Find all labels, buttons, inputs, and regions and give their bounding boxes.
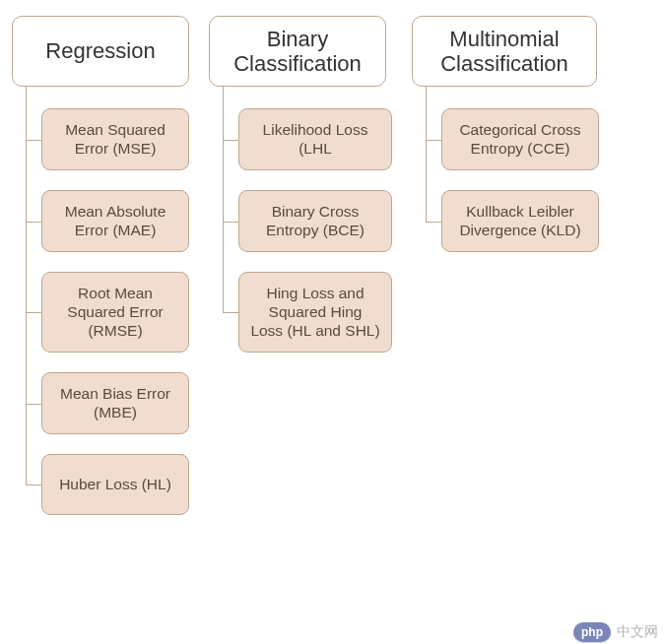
leaf-cce: Categorical Cross Entropy (CCE) [441,108,599,170]
column-regression: Regression Mean Squared Error (MSE) Mean… [12,16,189,525]
child-wrap: Hing Loss and Squared Hing Loss (HL and … [238,262,392,362]
child-wrap: Root Mean Squared Error (RMSE) [41,262,189,362]
child-wrap: Mean Absolute Error (MAE) [41,180,189,262]
child-wrap: Mean Squared Error (MSE) [41,98,189,180]
category-regression: Regression [12,16,189,87]
column-multinomial: Multinomial Classification Categorical C… [412,16,599,262]
child-wrap: Kullback Leibler Divergence (KLD) [441,180,599,262]
leaf-bce: Binary Cross Entropy (BCE) [238,190,392,252]
child-wrap: Mean Bias Error (MBE) [41,362,189,444]
category-title: Multinomial Classification [440,27,568,77]
category-title: Binary Classification [233,27,362,77]
children-binary: Likelihood Loss (LHL Binary Cross Entrop… [238,87,392,362]
child-wrap: Binary Cross Entropy (BCE) [238,180,392,262]
child-wrap: Huber Loss (HL) [41,444,189,525]
leaf-lhl: Likelihood Loss (LHL [238,108,392,170]
leaf-huber: Huber Loss (HL) [41,454,189,515]
leaf-rmse: Root Mean Squared Error (RMSE) [41,272,189,353]
children-regression: Mean Squared Error (MSE) Mean Absolute E… [41,87,189,525]
children-multinomial: Categorical Cross Entropy (CCE) Kullback… [441,87,599,262]
child-wrap: Likelihood Loss (LHL [238,98,392,180]
column-binary: Binary Classification Likelihood Loss (L… [209,16,392,362]
watermark-badge: php [573,622,611,642]
leaf-hinge: Hing Loss and Squared Hing Loss (HL and … [238,272,392,353]
watermark-text: 中文网 [617,623,658,641]
child-wrap: Categorical Cross Entropy (CCE) [441,98,599,180]
category-multinomial: Multinomial Classification [412,16,597,87]
diagram-columns: Regression Mean Squared Error (MSE) Mean… [0,0,664,541]
leaf-mse: Mean Squared Error (MSE) [41,108,189,170]
category-title: Regression [45,38,155,63]
leaf-mae: Mean Absolute Error (MAE) [41,190,189,252]
leaf-kld: Kullback Leibler Divergence (KLD) [441,190,599,252]
watermark: php 中文网 [573,622,658,642]
category-binary: Binary Classification [209,16,386,87]
leaf-mbe: Mean Bias Error (MBE) [41,372,189,434]
